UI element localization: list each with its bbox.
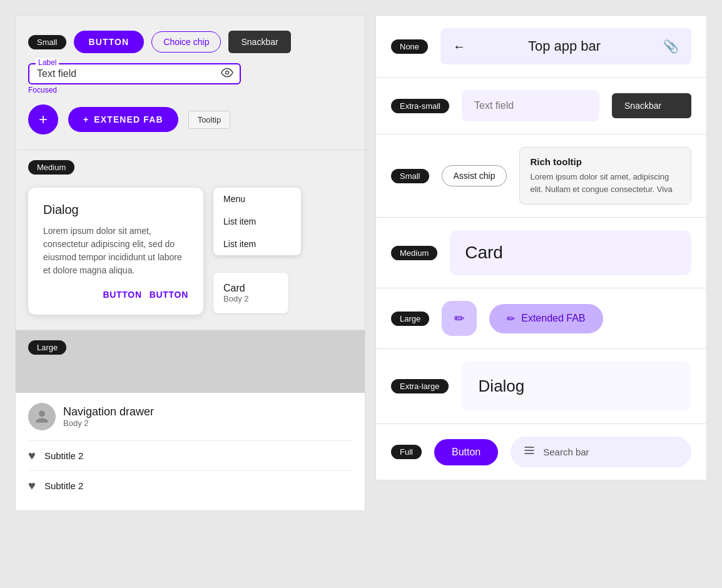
top-app-bar-title: Top app bar	[528, 38, 601, 54]
fab-round-button[interactable]: +	[28, 104, 58, 134]
menu-item-2[interactable]: List item	[213, 233, 301, 255]
fab-extended-label: EXTENED FAB	[94, 114, 163, 124]
card-mini-title: Card	[223, 283, 278, 294]
medium-content: Dialog Lorem ipsum dolor sit amet, conse…	[28, 165, 352, 315]
none-badge: None	[391, 39, 428, 54]
dialog-title: Dialog	[43, 203, 188, 217]
tooltip: Tooltip	[188, 111, 231, 129]
assist-chip[interactable]: Assist chip	[442, 165, 507, 186]
menu-item-1[interactable]: List item	[213, 210, 301, 233]
heart-icon-1: ♥	[28, 449, 36, 463]
large-image-area	[16, 330, 365, 393]
nav-drawer: Navigation drawer Body 2 ♥ Subtitle 2 ♥ …	[16, 393, 365, 510]
back-button[interactable]: ←	[453, 39, 465, 54]
dialog-button-1[interactable]: BUTTON	[103, 290, 141, 300]
large-right-section: Large ✏ ✏ Extended FAB	[375, 288, 707, 349]
heart-icon-2: ♥	[28, 479, 36, 493]
search-bar-label: Search bar	[543, 447, 589, 457]
text-field-xs[interactable]	[462, 90, 599, 121]
small-section: Small BUTTON Choice chip Snackbar Label …	[15, 15, 365, 150]
extra-small-section: Extra-small Snackbar	[375, 78, 707, 134]
filled-button[interactable]: BUTTON	[74, 31, 145, 53]
rich-tooltip: Rich tooltip Lorem ipsum dolor sit amet,…	[519, 147, 691, 205]
fab-plus-icon: +	[83, 114, 89, 124]
nav-item-1[interactable]: ♥ Subtitle 2	[28, 440, 352, 470]
small-row-1: Small BUTTON Choice chip Snackbar	[28, 31, 352, 53]
plus-icon: +	[39, 111, 48, 128]
nav-item-2[interactable]: ♥ Subtitle 2	[28, 470, 352, 500]
none-section: None ← Top app bar 📎	[375, 15, 707, 78]
small-right-section: Small Assist chip Rich tooltip Lorem ips…	[375, 134, 707, 218]
card-right: Card	[450, 230, 691, 275]
top-app-bar: ← Top app bar 📎	[440, 28, 691, 64]
pencil-icon-small: ✏	[454, 311, 465, 326]
medium-badge: Medium	[28, 160, 74, 175]
medium-section: Medium Dialog Lorem ipsum dolor sit amet…	[15, 150, 365, 330]
nav-drawer-title: Navigation drawer	[63, 405, 154, 418]
choice-chip[interactable]: Choice chip	[151, 31, 221, 53]
menu: Menu List item List item	[213, 188, 301, 255]
dialog-right-title: Dialog	[479, 377, 674, 396]
svg-point-0	[226, 71, 229, 74]
text-field-wrapper: Label	[28, 63, 241, 84]
nav-drawer-header: Navigation drawer Body 2	[28, 403, 352, 430]
snackbar: Snackbar	[228, 31, 290, 53]
focused-label: Focused	[28, 86, 352, 94]
extra-small-badge: Extra-small	[391, 99, 449, 113]
fab-row: + + EXTENED FAB Tooltip	[28, 104, 352, 134]
nav-item-label-2: Subtitle 2	[44, 480, 84, 491]
full-badge: Full	[391, 445, 422, 459]
fab-extended-large-label: Extended FAB	[521, 313, 585, 324]
rich-tooltip-title: Rich tooltip	[530, 156, 681, 167]
rich-tooltip-body: Lorem ipsum dolor sit amet, adipiscing e…	[530, 171, 681, 195]
attach-icon[interactable]: 📎	[663, 39, 679, 54]
card-mini-body: Body 2	[223, 294, 278, 303]
eye-icon[interactable]	[221, 66, 233, 81]
large-section: Large Navigation drawer Body 2 ♥ Subtitl…	[15, 330, 365, 511]
small-badge: Small	[28, 35, 66, 49]
full-button[interactable]: Button	[434, 439, 498, 465]
left-panel: Small BUTTON Choice chip Snackbar Label …	[15, 15, 365, 573]
full-section: Full Button Search bar	[375, 424, 707, 480]
extra-large-section: Extra-large Dialog	[375, 349, 707, 424]
text-field-group: Label Focused	[28, 63, 352, 94]
dialog-body: Lorem ipsum dolor sit amet, consectetur …	[43, 225, 188, 277]
right-panel: None ← Top app bar 📎 Extra-small Snackba…	[375, 15, 707, 573]
fab-extended-button[interactable]: + EXTENED FAB	[68, 107, 178, 132]
search-bar[interactable]: Search bar	[511, 437, 691, 467]
fab-round-large[interactable]: ✏	[442, 301, 477, 336]
large-right-badge: Large	[391, 312, 429, 326]
nav-drawer-title-group: Navigation drawer Body 2	[63, 405, 154, 428]
fab-extended-large[interactable]: ✏ Extended FAB	[489, 304, 603, 333]
avatar	[28, 403, 56, 430]
dialog-button-2[interactable]: BUTTON	[150, 290, 188, 300]
dialog-actions: BUTTON BUTTON	[43, 290, 188, 300]
dialog-right: Dialog	[461, 362, 691, 411]
pencil-icon-large: ✏	[507, 313, 515, 325]
card-right-title: Card	[465, 243, 676, 263]
large-badge: Large	[28, 340, 66, 355]
medium-right-badge: Medium	[391, 246, 437, 260]
card-mini: Card Body 2	[213, 273, 288, 313]
nav-drawer-subtitle: Body 2	[63, 418, 154, 428]
menu-card-group: Menu List item List item Card Body 2	[213, 188, 301, 313]
text-field-input[interactable]	[37, 68, 232, 79]
text-field-label: Label	[36, 58, 59, 67]
snackbar-xs: Snackbar	[612, 93, 691, 118]
menu-icon	[523, 444, 536, 460]
medium-right-section: Medium Card	[375, 218, 707, 288]
small-right-badge: Small	[391, 169, 429, 183]
menu-header: Menu	[213, 188, 301, 210]
dialog: Dialog Lorem ipsum dolor sit amet, conse…	[28, 188, 203, 315]
nav-item-label-1: Subtitle 2	[44, 450, 84, 461]
extra-large-badge: Extra-large	[391, 379, 449, 393]
